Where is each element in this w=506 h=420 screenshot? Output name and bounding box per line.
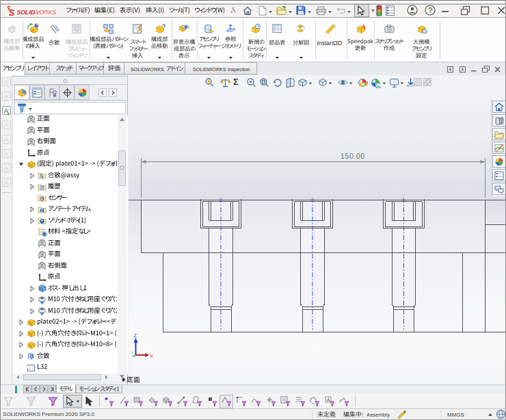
svg-text:S: S bbox=[9, 8, 15, 17]
svg-text:SOLID: SOLID bbox=[17, 9, 36, 16]
svg-text:A: A bbox=[4, 150, 8, 157]
svg-text:A: A bbox=[4, 165, 8, 172]
svg-text:A: A bbox=[4, 79, 8, 86]
svg-text:A: A bbox=[41, 209, 43, 212]
svg-text:A: A bbox=[4, 179, 8, 186]
svg-text:A: A bbox=[4, 136, 8, 143]
svg-text:Y: Y bbox=[131, 351, 133, 355]
svg-text:A: A bbox=[4, 122, 8, 129]
svg-text:A: A bbox=[327, 397, 330, 402]
svg-text:A: A bbox=[4, 93, 8, 100]
svg-text:X: X bbox=[150, 353, 153, 359]
svg-text:Z: Z bbox=[134, 333, 137, 339]
svg-text:WORKS: WORKS bbox=[34, 9, 56, 16]
svg-text:?: ? bbox=[428, 6, 432, 14]
